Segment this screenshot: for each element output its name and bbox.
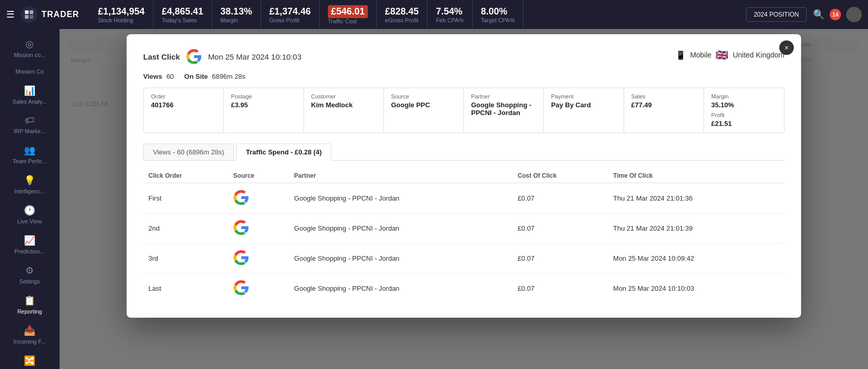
today-sales-label: Today's Sales	[162, 17, 203, 23]
time-last: Mon 25 Mar 2024 10:10:03	[608, 274, 784, 304]
partner-first: Google Shopping - PPCNI - Jordan	[289, 183, 513, 214]
main-layout: ◎ Mission co... Mission Co 📊 Sales Analy…	[0, 29, 868, 369]
click-order-first: First	[143, 183, 228, 214]
sidebar-item-irp-market[interactable]: 🏷 IRP Marke...	[0, 110, 59, 139]
table-row: 3rd Google Shopping - PPCNI - Jordan	[143, 244, 784, 274]
time-first: Thu 21 Mar 2024 21:01:36	[608, 183, 784, 214]
source-logo-last	[228, 274, 289, 304]
egross-profit-label: eGross Profit	[385, 17, 419, 23]
stat-traffic-cost: £546.01 Traffic Cost	[320, 0, 377, 29]
partner-3rd: Google Shopping - PPCNI - Jordan	[289, 244, 513, 274]
traffic-cost-value: £546.01	[328, 5, 368, 18]
last-click-datetime: Mon 25 Mar 2024 10:10:03	[208, 52, 301, 61]
target-cpa-label: Target CPA%	[481, 17, 515, 23]
mobile-label: Mobile	[690, 51, 711, 59]
country-row: 📱 Mobile 🇬🇧 United Kingdom	[676, 49, 784, 61]
stat-stock-holding: £1,134,954 Stock Holding	[90, 0, 154, 29]
order-cell-source: Source Google PPC	[384, 88, 464, 133]
sidebar-item-label-mission-co: Mission Co	[16, 68, 44, 75]
col-partner: Partner	[289, 169, 513, 183]
app-title: TRADER	[42, 10, 79, 19]
table-row: 2nd Google Shopping - PPCNI - Jordan	[143, 214, 784, 244]
stat-feb-cpa: 7.54% Feb CPA%	[428, 0, 473, 29]
sidebar-item-predictions[interactable]: 📈 Prediction...	[0, 230, 59, 260]
margin-label: Margin	[221, 17, 252, 23]
source-logo-2nd	[228, 214, 289, 244]
sidebar-item-reporting[interactable]: 📋 Reporting	[0, 290, 59, 320]
order-cell-partner: Partner Google Shopping - PPCNI - Jordan	[464, 88, 544, 133]
views-label: Views	[143, 73, 162, 80]
order-cell-order: Order 401766	[144, 88, 224, 133]
sidebar-item-label-incoming: Incoming F...	[13, 338, 46, 345]
sidebar-item-label-irp: IRP Marke...	[14, 128, 46, 134]
sidebar-item-split-tests[interactable]: 🔀 Split Tests	[0, 350, 59, 369]
partner-2nd: Google Shopping - PPCNI - Jordan	[289, 214, 513, 244]
mission-control-icon: ◎	[25, 38, 34, 50]
svg-rect-1	[30, 10, 33, 14]
cost-2nd: £0.07	[513, 214, 608, 244]
click-order-3rd: 3rd	[143, 244, 228, 274]
sidebar: ◎ Mission co... Mission Co 📊 Sales Analy…	[0, 29, 60, 369]
stat-today-sales: £4,865.41 Today's Sales	[154, 0, 212, 29]
click-order-last: Last	[143, 274, 228, 304]
avatar[interactable]	[846, 7, 862, 22]
modal-overlay: × Last Click Mon 25 Mar 2024 10:10:03	[60, 29, 868, 369]
order-bar: Order 401766 Postage £3.95 Customer Kim …	[143, 88, 784, 133]
col-click-order: Click Order	[143, 169, 228, 183]
last-click-label: Last Click	[143, 52, 180, 61]
search-icon[interactable]: 🔍	[813, 9, 824, 20]
sales-analytics-icon: 📊	[24, 85, 35, 96]
sidebar-item-settings[interactable]: ⚙ Settings	[0, 260, 59, 290]
sidebar-item-incoming[interactable]: 📥 Incoming F...	[0, 320, 59, 350]
settings-icon: ⚙	[25, 265, 34, 276]
feb-cpa-value: 7.54%	[436, 6, 464, 17]
sidebar-item-mission-co[interactable]: Mission Co	[0, 63, 59, 80]
svg-rect-3	[30, 15, 33, 19]
table-row: First Google Shopping - PPCNI - Jordan	[143, 183, 784, 214]
menu-icon[interactable]: ☰	[6, 9, 15, 20]
on-site-label: On Site	[184, 73, 208, 80]
sidebar-item-intelligence[interactable]: 💡 Intelligenc...	[0, 169, 59, 200]
tab-traffic-spend[interactable]: Traffic Spend - £0.28 (4)	[236, 144, 332, 161]
sidebar-item-label-team: Team Perfo...	[12, 158, 46, 164]
sidebar-item-label-sales: Sales Analy...	[12, 98, 47, 105]
target-cpa-value: 8.00%	[481, 6, 515, 17]
col-cost: Cost Of Click	[513, 169, 608, 183]
position-button[interactable]: 2024 POSITION	[746, 7, 807, 22]
sidebar-item-mission-control[interactable]: ◎ Mission co...	[0, 33, 59, 63]
split-tests-icon: 🔀	[24, 355, 35, 366]
cost-last: £0.07	[513, 274, 608, 304]
time-3rd: Mon 25 Mar 2024 10:09:42	[608, 244, 784, 274]
stock-holding-value: £1,134,954	[98, 6, 145, 17]
source-logo-3rd	[228, 244, 289, 274]
order-cell-margin: Margin 35.10% Profit £21.51	[704, 88, 784, 133]
incoming-icon: 📥	[24, 325, 35, 336]
traffic-cost-label: Traffic Cost	[328, 18, 368, 24]
irp-market-icon: 🏷	[25, 115, 34, 126]
time-2nd: Thu 21 Mar 2024 21:01:39	[608, 214, 784, 244]
stat-gross-profit: £1,374.46 Gross Profit	[261, 0, 320, 29]
click-order-2nd: 2nd	[143, 214, 228, 244]
sidebar-item-team-perf[interactable]: 👥 Team Perfo...	[0, 139, 59, 169]
order-cell-payment: Payment Pay By Card	[544, 88, 624, 133]
sidebar-item-label-reporting: Reporting	[17, 308, 42, 315]
modal: × Last Click Mon 25 Mar 2024 10:10:03	[127, 34, 801, 318]
cost-3rd: £0.07	[513, 244, 608, 274]
stat-margin: 38.13% Margin	[212, 0, 261, 29]
sidebar-item-sales-analytics[interactable]: 📊 Sales Analy...	[0, 80, 59, 110]
svg-rect-0	[25, 10, 29, 14]
notification-badge[interactable]: 14	[830, 9, 841, 20]
predictions-icon: 📈	[24, 235, 35, 246]
cost-first: £0.07	[513, 183, 608, 214]
tabs-row: Views - 60 (6896m 28s) Traffic Spend - £…	[143, 144, 784, 161]
tab-views[interactable]: Views - 60 (6896m 28s)	[143, 144, 234, 160]
live-view-icon: 🕐	[24, 205, 35, 216]
sidebar-item-live-view[interactable]: 🕐 Live View	[0, 200, 59, 230]
order-cell-postage: Postage £3.95	[224, 88, 304, 133]
logo-icon	[21, 6, 37, 23]
sidebar-item-label-live: Live View	[18, 218, 42, 224]
logo-area: TRADER	[21, 6, 79, 23]
top-bar: ☰ TRADER £1,134,954 Stock Holding £4,865…	[0, 0, 868, 29]
margin-value: 38.13%	[221, 6, 252, 17]
on-site-value: 6896m 28s	[212, 73, 245, 80]
